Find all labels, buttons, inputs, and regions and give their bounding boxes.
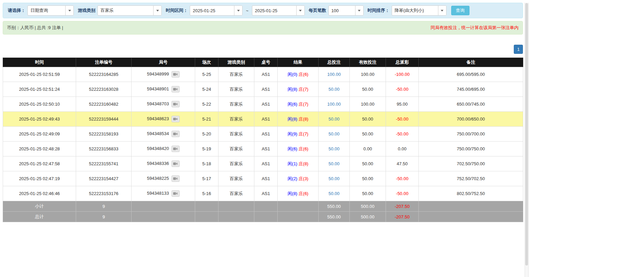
player-result: 闲(8) (288, 87, 297, 92)
cell-bet-id: 522223163028 (76, 82, 132, 97)
subtotal-row: 小计9550.00500.00-207.50 (3, 201, 523, 212)
banker-result: 庄(6) (299, 191, 308, 196)
player-result: 闲(0) (288, 72, 297, 77)
table-row: 2025-01-25 02:47:19522223154427594348225… (3, 171, 523, 186)
table-header-row: 时间注单编号局号场次游戏类别桌号结果总投注有效投注总派彩备注 (3, 58, 523, 67)
cell-note: 802.50/752.50 (419, 186, 523, 201)
column-header: 备注 (419, 58, 523, 67)
round-number: 594348420 (147, 146, 169, 151)
chevron-down-icon[interactable] (65, 6, 73, 15)
summary-total-bet: 550.00 (319, 212, 350, 222)
banker-result: 庄(7) (299, 102, 308, 107)
cell-table-no: AS1 (254, 82, 278, 97)
player-result: 闲(6) (288, 146, 297, 151)
cell-session: 5-19 (195, 142, 218, 156)
query-type-select[interactable]: 日期查询 (27, 5, 74, 16)
date-from-select[interactable]: 2025-01-25 (190, 5, 243, 16)
chevron-down-icon[interactable] (438, 6, 446, 15)
summary-bar: 币别：人民币 | 总共 :9 注单 | 同局有效投注，统一计算在该局第一张注单内 (3, 21, 523, 35)
cell-valid-bet: 100.00 (350, 97, 386, 112)
cell-game-type: 百家乐 (218, 142, 254, 156)
table-row: 2025-01-25 02:46:46522223153176594348133… (3, 186, 523, 201)
game-type-value: 百家乐 (98, 6, 153, 15)
total-bet-link[interactable]: 50.00 (328, 176, 340, 181)
chevron-down-icon[interactable] (234, 6, 242, 15)
replay-video-icon[interactable] (171, 146, 180, 152)
time-sort-select[interactable]: 降幂(由大到小) (392, 5, 446, 16)
total-bet-link[interactable]: 50.00 (328, 161, 340, 166)
cell-session: 5-24 (195, 82, 218, 97)
page-1-button[interactable]: 1 (514, 45, 523, 54)
round-number: 594348534 (147, 131, 169, 136)
cell-game-type: 百家乐 (218, 67, 254, 82)
total-bet-link[interactable]: 50.00 (328, 191, 340, 196)
banker-result: 庄(8) (299, 161, 308, 166)
replay-video-icon[interactable] (171, 190, 180, 197)
summary-payout: -207.50 (386, 201, 419, 212)
total-bet-link[interactable]: 100.00 (327, 72, 341, 77)
cell-valid-bet: 50.00 (350, 186, 386, 201)
cell-result: 闲(9) 庄(7) (278, 127, 319, 142)
banker-result: 庄(7) (299, 131, 308, 136)
currency-total-text: 币别：人民币 | 总共 :9 注单 | (7, 25, 63, 31)
replay-video-icon[interactable] (171, 71, 180, 78)
chevron-down-icon[interactable] (355, 6, 363, 15)
cell-result: 闲(1) 庄(8) (278, 156, 319, 171)
cell-table-no: AS1 (254, 67, 278, 82)
cell-total-bet: 50.00 (319, 156, 350, 171)
cell-table-no: AS1 (254, 112, 278, 127)
time-sort-value: 降幂(由大到小) (392, 6, 438, 15)
replay-video-icon[interactable] (171, 86, 180, 92)
game-type-select[interactable]: 百家乐 (97, 5, 162, 16)
total-bet-link[interactable]: 50.00 (328, 146, 340, 151)
page-size-value: 100 (329, 6, 355, 15)
cell-time: 2025-01-25 02:47:19 (3, 171, 76, 186)
total-bet-link[interactable]: 100.00 (327, 102, 341, 107)
summary-count: 9 (76, 212, 132, 222)
player-result: 闲(8) (288, 191, 297, 196)
cell-note: 752.50/702.50 (419, 171, 523, 186)
cell-bet-id: 522223156833 (76, 142, 132, 156)
total-bet-link[interactable]: 50.00 (328, 131, 340, 136)
search-button[interactable]: 查询 (451, 6, 469, 15)
cell-total-bet: 50.00 (319, 186, 350, 201)
page-size-select[interactable]: 100 (328, 5, 364, 16)
cell-time: 2025-01-25 02:49:43 (3, 112, 76, 127)
cell-round-id: 594348703 (132, 97, 195, 112)
summary-label: 小计 (3, 201, 76, 212)
total-bet-link[interactable]: 50.00 (328, 87, 340, 92)
cell-session: 5-20 (195, 127, 218, 142)
cell-round-id: 594348336 (132, 156, 195, 171)
scrollbar-thumb[interactable] (525, 3, 528, 265)
total-bet-link[interactable]: 50.00 (328, 116, 340, 122)
replay-video-icon[interactable] (171, 116, 180, 122)
replay-video-icon[interactable] (171, 161, 180, 167)
cell-result: 闲(8) 庄(7) (278, 82, 319, 97)
same-round-notice: 同局有效投注，统一计算在该局第一张注单内 (431, 25, 519, 31)
cell-valid-bet: 100.00 (350, 67, 386, 82)
vertical-scrollbar[interactable] (525, 3, 529, 277)
summary-valid-bet: 500.00 (350, 212, 386, 222)
date-from-value: 2025-01-25 (190, 6, 234, 15)
round-number: 594348623 (147, 116, 169, 121)
round-number: 594348133 (147, 191, 169, 196)
chevron-down-icon[interactable] (153, 6, 161, 15)
cell-payout: -50.00 (386, 82, 419, 97)
column-header: 场次 (195, 58, 218, 67)
cell-result: 闲(6) 庄(7) (278, 97, 319, 112)
cell-table-no: AS1 (254, 186, 278, 201)
summary-label: 总计 (3, 212, 76, 222)
cell-total-bet: 50.00 (319, 171, 350, 186)
cell-result: 闲(8) 庄(8) (278, 112, 319, 127)
date-to-select[interactable]: 2025-01-25 (252, 5, 305, 16)
filter-bar: 请选择： 日期查询 游戏类别 百家乐 时间区间： 2025-01-25 ~ 20… (3, 3, 523, 18)
query-type-value: 日期查询 (28, 6, 65, 15)
table-row: 2025-01-25 02:50:10522223160482594348703… (3, 97, 523, 112)
chevron-down-icon[interactable] (296, 6, 304, 15)
cell-result: 闲(6) 庄(6) (278, 142, 319, 156)
replay-video-icon[interactable] (171, 131, 180, 137)
replay-video-icon[interactable] (171, 101, 180, 107)
table-row: 2025-01-25 02:48:28522223156833594348420… (3, 142, 523, 156)
replay-video-icon[interactable] (171, 175, 180, 182)
cell-total-bet: 50.00 (319, 82, 350, 97)
